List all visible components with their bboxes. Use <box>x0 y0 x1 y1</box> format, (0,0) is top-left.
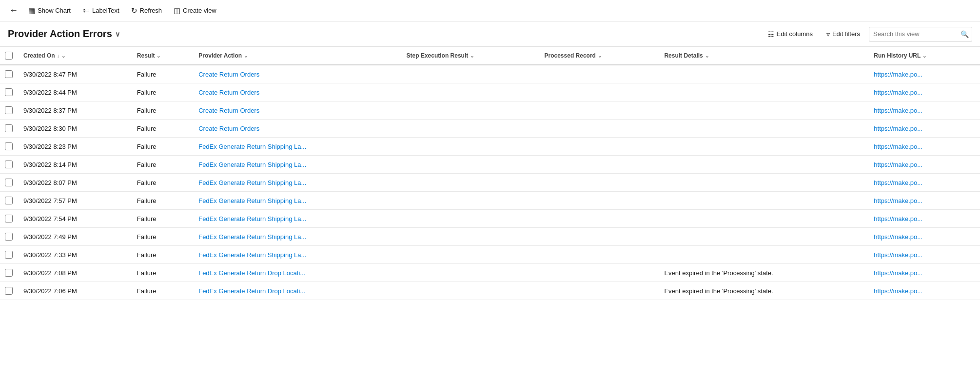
provider-action-link[interactable]: FedEx Generate Return Drop Locati... <box>198 287 305 295</box>
col-header-processed-record[interactable]: Processed Record ⌄ <box>539 47 659 65</box>
col-label-created-on: Created On <box>23 52 55 59</box>
cell-provider-action[interactable]: FedEx Generate Return Shipping La... <box>193 210 400 228</box>
cell-provider-action[interactable]: FedEx Generate Return Shipping La... <box>193 192 400 210</box>
cell-provider-action[interactable]: Create Return Orders <box>193 101 400 120</box>
row-checkbox[interactable] <box>5 215 13 222</box>
col-header-result-details[interactable]: Result Details ⌄ <box>658 47 868 65</box>
cell-processed-record <box>539 120 659 138</box>
cell-run-history-url[interactable]: https://make.po... <box>868 210 980 228</box>
provider-action-link[interactable]: Create Return Orders <box>198 125 259 132</box>
row-checkbox[interactable] <box>5 106 13 114</box>
provider-action-link[interactable]: Create Return Orders <box>198 89 259 96</box>
cell-run-history-url[interactable]: https://make.po... <box>868 101 980 120</box>
run-history-url-link[interactable]: https://make.po... <box>874 287 922 295</box>
cell-provider-action[interactable]: FedEx Generate Return Shipping La... <box>193 138 400 156</box>
cell-provider-action[interactable]: Create Return Orders <box>193 65 400 83</box>
run-history-url-link[interactable]: https://make.po... <box>874 197 922 204</box>
back-button[interactable]: ← <box>6 3 21 19</box>
cell-provider-action[interactable]: Create Return Orders <box>193 83 400 101</box>
provider-action-link[interactable]: FedEx Generate Return Shipping La... <box>198 179 306 186</box>
run-history-url-link[interactable]: https://make.po... <box>874 143 922 150</box>
cell-created-on: 9/30/2022 8:14 PM <box>18 156 131 174</box>
row-checkbox[interactable] <box>5 233 13 241</box>
title-chevron-icon[interactable]: ∨ <box>115 30 120 38</box>
run-history-url-link[interactable]: https://make.po... <box>874 269 922 277</box>
label-text-button[interactable]: 🏷 LabelText <box>78 4 124 17</box>
provider-action-link[interactable]: FedEx Generate Return Shipping La... <box>198 233 306 241</box>
provider-action-link[interactable]: FedEx Generate Return Shipping La... <box>198 143 306 150</box>
cell-result: Failure <box>131 83 193 101</box>
cell-run-history-url[interactable]: https://make.po... <box>868 192 980 210</box>
run-history-url-link[interactable]: https://make.po... <box>874 179 922 186</box>
col-label-run-history-url: Run History URL <box>874 52 921 59</box>
search-button[interactable]: 🔍 <box>957 27 972 41</box>
cell-run-history-url[interactable]: https://make.po... <box>868 156 980 174</box>
refresh-icon: ↻ <box>131 6 137 15</box>
cell-provider-action[interactable]: FedEx Generate Return Shipping La... <box>193 246 400 264</box>
cell-run-history-url[interactable]: https://make.po... <box>868 282 980 300</box>
provider-action-link[interactable]: FedEx Generate Return Shipping La... <box>198 197 306 204</box>
provider-action-link[interactable]: FedEx Generate Return Drop Locati... <box>198 269 305 277</box>
row-checkbox[interactable] <box>5 287 13 295</box>
create-view-button[interactable]: ◫ Create view <box>169 4 221 18</box>
cell-run-history-url[interactable]: https://make.po... <box>868 65 980 83</box>
run-history-url-link[interactable]: https://make.po... <box>874 71 922 78</box>
cell-result-details: Event expired in the 'Processing' state. <box>658 264 868 282</box>
cell-result: Failure <box>131 156 193 174</box>
table-row: 9/30/2022 7:49 PMFailureFedEx Generate R… <box>0 228 980 246</box>
row-checkbox[interactable] <box>5 179 13 186</box>
row-checkbox[interactable] <box>5 269 13 277</box>
cell-provider-action[interactable]: FedEx Generate Return Shipping La... <box>193 228 400 246</box>
select-all-checkbox[interactable] <box>5 52 13 60</box>
provider-action-link[interactable]: FedEx Generate Return Shipping La... <box>198 251 306 259</box>
row-checkbox[interactable] <box>5 197 13 204</box>
run-history-url-link[interactable]: https://make.po... <box>874 233 922 241</box>
row-checkbox[interactable] <box>5 124 13 132</box>
edit-columns-button[interactable]: ☷ Edit columns <box>763 28 818 40</box>
col-header-created-on[interactable]: Created On ↓ ⌄ <box>18 47 131 65</box>
run-history-url-link[interactable]: https://make.po... <box>874 107 922 114</box>
cell-provider-action[interactable]: Create Return Orders <box>193 120 400 138</box>
chart-icon: ▦ <box>28 6 35 15</box>
row-checkbox[interactable] <box>5 142 13 150</box>
cell-run-history-url[interactable]: https://make.po... <box>868 138 980 156</box>
create-view-icon: ◫ <box>174 6 180 15</box>
run-history-url-link[interactable]: https://make.po... <box>874 251 922 259</box>
provider-action-link[interactable]: FedEx Generate Return Shipping La... <box>198 161 306 168</box>
cell-run-history-url[interactable]: https://make.po... <box>868 246 980 264</box>
cell-provider-action[interactable]: FedEx Generate Return Shipping La... <box>193 156 400 174</box>
row-checkbox[interactable] <box>5 88 13 96</box>
row-checkbox[interactable] <box>5 161 13 168</box>
cell-run-history-url[interactable]: https://make.po... <box>868 264 980 282</box>
col-header-provider-action[interactable]: Provider Action ⌄ <box>193 47 400 65</box>
col-header-step-execution-result[interactable]: Step Execution Result ⌄ <box>401 47 539 65</box>
provider-action-link[interactable]: FedEx Generate Return Shipping La... <box>198 215 306 222</box>
cell-created-on: 9/30/2022 8:47 PM <box>18 65 131 83</box>
row-checkbox[interactable] <box>5 251 13 259</box>
run-history-url-link[interactable]: https://make.po... <box>874 161 922 168</box>
cell-provider-action[interactable]: FedEx Generate Return Shipping La... <box>193 174 400 192</box>
cell-provider-action[interactable]: FedEx Generate Return Drop Locati... <box>193 264 400 282</box>
col-header-result[interactable]: Result ⌄ <box>131 47 193 65</box>
run-history-url-link[interactable]: https://make.po... <box>874 89 922 96</box>
provider-action-link[interactable]: Create Return Orders <box>198 107 259 114</box>
show-chart-button[interactable]: ▦ Show Chart <box>23 4 76 18</box>
show-chart-label: Show Chart <box>38 7 71 14</box>
refresh-button[interactable]: ↻ Refresh <box>126 4 167 18</box>
provider-action-link[interactable]: Create Return Orders <box>198 71 259 78</box>
cell-run-history-url[interactable]: https://make.po... <box>868 83 980 101</box>
col-header-run-history-url[interactable]: Run History URL ⌄ <box>868 47 980 65</box>
row-checkbox[interactable] <box>5 70 13 78</box>
cell-result: Failure <box>131 101 193 120</box>
cell-result: Failure <box>131 210 193 228</box>
cell-run-history-url[interactable]: https://make.po... <box>868 120 980 138</box>
page-title-container: Provider Action Errors ∨ <box>8 28 763 40</box>
cell-run-history-url[interactable]: https://make.po... <box>868 228 980 246</box>
cell-run-history-url[interactable]: https://make.po... <box>868 174 980 192</box>
run-history-url-link[interactable]: https://make.po... <box>874 215 922 222</box>
run-history-url-link[interactable]: https://make.po... <box>874 125 922 132</box>
search-input[interactable] <box>869 30 957 38</box>
row-checkbox-cell <box>0 174 18 192</box>
cell-provider-action[interactable]: FedEx Generate Return Drop Locati... <box>193 282 400 300</box>
edit-filters-button[interactable]: ▿ Edit filters <box>822 28 865 40</box>
